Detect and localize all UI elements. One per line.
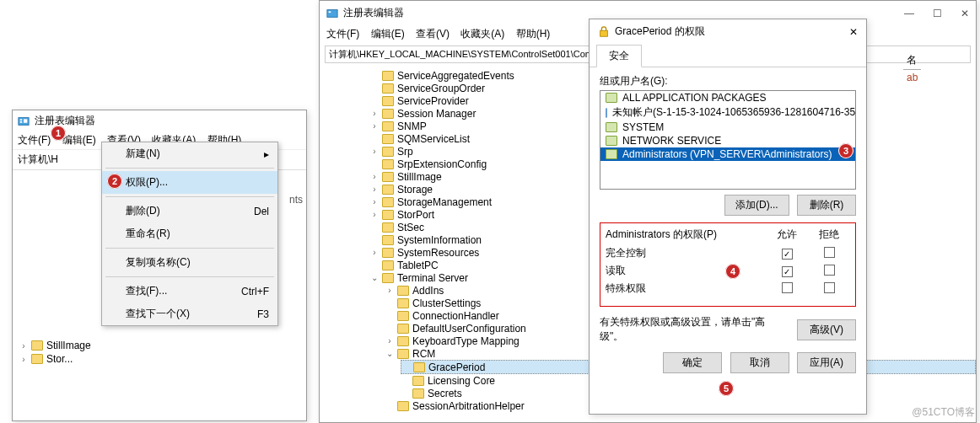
menu-item[interactable]: 复制项名称(C): [102, 251, 277, 274]
allow-checkbox[interactable]: [782, 249, 793, 260]
folder-icon: [382, 121, 394, 131]
folder-icon: [397, 336, 409, 346]
folder-icon: [412, 376, 424, 386]
svg-rect-1: [20, 119, 23, 120]
shield-icon: [598, 26, 610, 38]
svg-rect-3: [24, 119, 27, 122]
add-button[interactable]: 添加(D)...: [724, 195, 789, 216]
svg-rect-5: [329, 11, 331, 13]
perm-label: 读取: [606, 264, 766, 278]
hint-text: nts: [289, 194, 303, 206]
maximize-icon[interactable]: ☐: [933, 8, 942, 19]
svg-rect-4: [327, 9, 337, 17]
group-icon: [606, 149, 617, 159]
folder-icon: [382, 273, 394, 283]
menu-help[interactable]: 帮助(H): [516, 28, 551, 40]
folder-icon: [382, 159, 394, 169]
menu-item[interactable]: 删除(D)Del: [102, 200, 277, 222]
folder-icon: [31, 340, 43, 351]
window-controls: — ☐ ✕: [904, 8, 969, 19]
folder-icon: [31, 354, 43, 364]
edit-context-menu: 新建(N)▸权限(P)...删除(D)Del重命名(R)复制项名称(C)查找(F…: [101, 142, 278, 326]
folder-icon: [382, 235, 394, 245]
folder-icon: [382, 71, 394, 81]
menu-edit[interactable]: 编辑(E): [371, 28, 405, 40]
group-icon: [606, 136, 617, 146]
menu-item[interactable]: 权限(P)...: [102, 171, 277, 194]
cancel-button[interactable]: 取消: [730, 352, 789, 373]
perm-label: 完全控制: [606, 246, 766, 260]
group-row[interactable]: Administrators (VPN_SERVER\Administrator…: [600, 147, 855, 161]
menu-edit[interactable]: 编辑(E): [62, 134, 96, 146]
allow-checkbox[interactable]: [782, 282, 793, 293]
folder-icon: [397, 298, 409, 308]
titlebar[interactable]: GracePeriod 的权限 ✕: [590, 19, 866, 44]
deny-checkbox[interactable]: [824, 247, 835, 258]
groups-list[interactable]: ALL APPLICATION PACKAGES未知帐户(S-1-15-3-10…: [600, 90, 856, 190]
value-default[interactable]: ab: [903, 70, 921, 85]
menu-item[interactable]: 重命名(R): [102, 222, 277, 245]
group-row[interactable]: ALL APPLICATION PACKAGES: [600, 91, 855, 104]
advanced-button[interactable]: 高级(V): [797, 319, 856, 340]
regedit-icon: [18, 115, 30, 127]
folder-icon: [382, 222, 394, 233]
tab-bar: 安全: [590, 44, 866, 67]
groups-label: 组或用户名(G):: [600, 74, 856, 88]
tree-item-stillimage[interactable]: ›StillImage: [19, 339, 91, 352]
group-row[interactable]: SYSTEM: [600, 120, 855, 134]
group-icon: [606, 122, 617, 132]
minimize-icon[interactable]: —: [904, 8, 914, 19]
tab-security[interactable]: 安全: [596, 45, 642, 67]
callout-5: 5: [719, 381, 734, 396]
value-header[interactable]: 名: [903, 51, 921, 70]
perm-label: 特殊权限: [606, 281, 766, 296]
menu-item[interactable]: 新建(N)▸: [102, 142, 277, 165]
advanced-hint: 有关特殊权限或高级设置，请单击"高级"。: [600, 315, 785, 344]
folder-icon: [412, 388, 424, 399]
value-column: 名 ab: [903, 51, 921, 85]
menu-fav[interactable]: 收藏夹(A): [460, 28, 504, 40]
folder-icon: [397, 286, 409, 296]
folder-icon: [382, 210, 394, 220]
folder-icon: [382, 96, 394, 106]
window-title: 注册表编辑器: [343, 6, 404, 20]
deny-checkbox[interactable]: [824, 265, 835, 276]
permissions-dialog: GracePeriod 的权限 ✕ 安全 组或用户名(G): ALL APPLI…: [589, 19, 867, 415]
perm-header: Administrators 的权限(P): [606, 228, 766, 242]
folder-icon: [397, 324, 409, 334]
tree-item-storage[interactable]: ›Stor...: [19, 352, 91, 366]
group-row[interactable]: 未知帐户(S-1-15-3-1024-1065365936-1281604716…: [600, 104, 855, 120]
menu-view[interactable]: 查看(V): [416, 28, 450, 40]
tree-fragment: ›StillImage ›Stor...: [19, 339, 91, 366]
callout-3: 3: [838, 143, 853, 158]
remove-button[interactable]: 删除(R): [797, 195, 856, 216]
dialog-title: GracePeriod 的权限: [615, 24, 705, 39]
folder-icon: [382, 134, 394, 144]
folder-icon: [382, 83, 394, 94]
folder-icon: [382, 172, 394, 182]
user-icon: [606, 108, 607, 118]
col-allow: 允许: [766, 228, 808, 242]
folder-icon: [382, 109, 394, 119]
menu-item[interactable]: 查找(F)...Ctrl+F: [102, 280, 277, 303]
watermark: @51CTO博客: [912, 405, 975, 420]
ok-button[interactable]: 确定: [663, 352, 722, 373]
folder-icon: [413, 362, 425, 372]
menu-file[interactable]: 文件(F): [18, 134, 51, 146]
folder-icon: [382, 147, 394, 157]
group-row[interactable]: NETWORK SERVICE: [600, 134, 855, 147]
close-icon[interactable]: ✕: [961, 8, 969, 19]
allow-checkbox[interactable]: [782, 266, 793, 277]
regedit-icon: [326, 8, 338, 19]
menu-file[interactable]: 文件(F): [326, 28, 359, 40]
window-title: 注册表编辑器: [35, 114, 95, 128]
close-icon[interactable]: ✕: [849, 26, 858, 38]
svg-rect-2: [20, 121, 23, 123]
deny-checkbox[interactable]: [824, 282, 835, 293]
folder-icon: [382, 185, 394, 195]
menu-item[interactable]: 查找下一个(X)F3: [102, 303, 277, 325]
apply-button[interactable]: 应用(A): [797, 352, 856, 373]
folder-icon: [382, 260, 394, 270]
callout-4: 4: [725, 264, 740, 279]
col-deny: 拒绝: [808, 228, 850, 242]
